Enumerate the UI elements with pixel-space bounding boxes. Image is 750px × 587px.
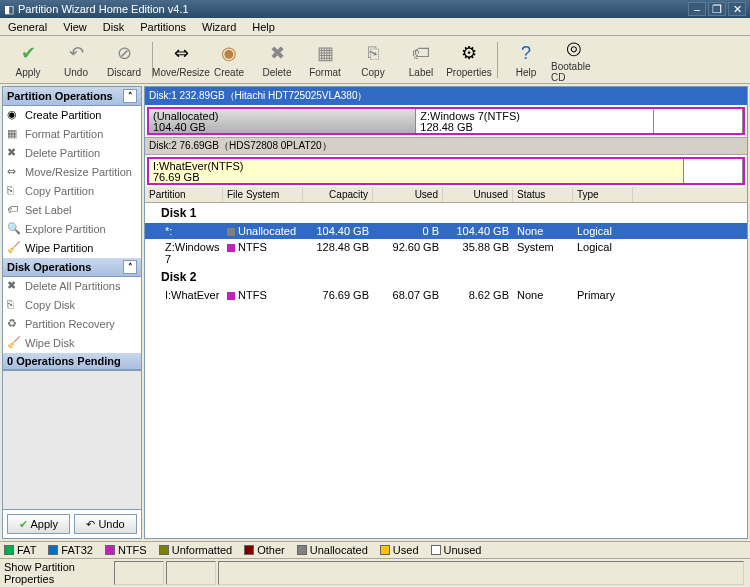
format-button[interactable]: ▦Format xyxy=(301,38,349,82)
moveresize-button[interactable]: ⇔Move/Resize xyxy=(157,38,205,82)
col-unused[interactable]: Unused xyxy=(443,187,513,202)
op-moveresize-partition[interactable]: ⇔Move/Resize Partition xyxy=(3,163,141,182)
legend: FAT FAT32 NTFS Unformatted Other Unalloc… xyxy=(0,541,750,558)
check-icon: ✔ xyxy=(16,41,40,65)
swatch-icon xyxy=(105,545,115,555)
op-delete-partition[interactable]: ✖Delete Partition xyxy=(3,144,141,163)
pending-list xyxy=(3,370,141,509)
disk2-seg-empty[interactable] xyxy=(684,159,743,183)
menu-wizard[interactable]: Wizard xyxy=(194,19,244,35)
swatch-icon xyxy=(4,545,14,555)
col-capacity[interactable]: Capacity xyxy=(303,187,373,202)
partition-row-windows7[interactable]: Z:Windows 7 NTFS 128.48 GB 92.60 GB 35.8… xyxy=(145,239,747,267)
disk2-seg-whatever[interactable]: I:WhatEver(NTFS) 76.69 GB xyxy=(149,159,684,183)
collapse-icon[interactable]: ˄ xyxy=(123,260,137,274)
help-button[interactable]: ?Help xyxy=(502,38,550,82)
disk2-title[interactable]: Disk 2 xyxy=(145,267,747,287)
apply-button[interactable]: ✔Apply xyxy=(4,38,52,82)
sidebar-undo-button[interactable]: ↶ Undo xyxy=(74,514,137,534)
op-set-label[interactable]: 🏷Set Label xyxy=(3,201,141,220)
legend-fat32: FAT32 xyxy=(48,544,93,556)
legend-used: Used xyxy=(380,544,419,556)
discard-button[interactable]: ⊘Discard xyxy=(100,38,148,82)
swatch-icon xyxy=(244,545,254,555)
cd-icon: ◎ xyxy=(562,37,586,59)
content-area: Disk:1 232.89GB（Hitachi HDT725025VLA380）… xyxy=(144,86,748,539)
legend-unused: Unused xyxy=(431,544,482,556)
op-wipe-disk[interactable]: 🧹Wipe Disk xyxy=(3,334,141,353)
legend-unformatted: Unformatted xyxy=(159,544,233,556)
create-icon: ◉ xyxy=(7,108,21,122)
menu-disk[interactable]: Disk xyxy=(95,19,132,35)
properties-icon: ⚙ xyxy=(457,41,481,65)
resize-icon: ⇔ xyxy=(7,165,21,179)
op-delete-all[interactable]: ✖Delete All Partitions xyxy=(3,277,141,296)
delete-button[interactable]: ✖Delete xyxy=(253,38,301,82)
discard-icon: ⊘ xyxy=(112,41,136,65)
op-wipe-partition[interactable]: 🧹Wipe Partition xyxy=(3,239,141,258)
pending-header: 0 Operations Pending xyxy=(3,353,141,370)
col-status[interactable]: Status xyxy=(513,187,573,202)
minimize-button[interactable]: – xyxy=(688,2,706,16)
disk2-bar: I:WhatEver(NTFS) 76.69 GB xyxy=(147,157,745,185)
delete-icon: ✖ xyxy=(7,146,21,160)
menu-help[interactable]: Help xyxy=(244,19,283,35)
menu-partitions[interactable]: Partitions xyxy=(132,19,194,35)
partition-row-whatever[interactable]: I:WhatEver NTFS 76.69 GB 68.07 GB 8.62 G… xyxy=(145,287,747,303)
label-icon: 🏷 xyxy=(409,41,433,65)
wipe-icon: 🧹 xyxy=(7,336,21,350)
create-button[interactable]: ◉Create xyxy=(205,38,253,82)
swatch-icon xyxy=(48,545,58,555)
swatch-icon xyxy=(431,545,441,555)
close-button[interactable]: ✕ xyxy=(728,2,746,16)
maximize-button[interactable]: ❐ xyxy=(708,2,726,16)
op-create-partition[interactable]: ◉Create Partition xyxy=(3,106,141,125)
disk-ops-header: Disk Operations ˄ xyxy=(3,258,141,277)
delete-icon: ✖ xyxy=(265,41,289,65)
copy-icon: ⎘ xyxy=(7,184,21,198)
sidebar: Partition Operations ˄ ◉Create Partition… xyxy=(2,86,142,539)
window-title: Partition Wizard Home Edition v4.1 xyxy=(18,3,686,15)
undo-icon: ↶ xyxy=(64,41,88,65)
label-icon: 🏷 xyxy=(7,203,21,217)
legend-other: Other xyxy=(244,544,285,556)
menu-view[interactable]: View xyxy=(55,19,95,35)
disk2-header[interactable]: Disk:2 76.69GB（HDS72808 0PLAT20） xyxy=(145,137,747,155)
menu-general[interactable]: General xyxy=(0,19,55,35)
disk1-title[interactable]: Disk 1 xyxy=(145,203,747,223)
partition-grid: Disk 1 *: Unallocated 104.40 GB 0 B 104.… xyxy=(145,203,747,538)
col-partition[interactable]: Partition xyxy=(145,187,223,202)
collapse-icon[interactable]: ˄ xyxy=(123,89,137,103)
disk1-seg-empty[interactable] xyxy=(654,109,743,133)
bootable-cd-button[interactable]: ◎Bootable CD xyxy=(550,38,598,82)
resize-icon: ⇔ xyxy=(169,41,193,65)
legend-fat: FAT xyxy=(4,544,36,556)
col-filesystem[interactable]: File System xyxy=(223,187,303,202)
disk1-seg-unallocated[interactable]: (Unallocated) 104.40 GB xyxy=(149,109,416,133)
op-explore-partition[interactable]: 🔍Explore Partition xyxy=(3,220,141,239)
col-used[interactable]: Used xyxy=(373,187,443,202)
explore-icon: 🔍 xyxy=(7,222,21,236)
label-button[interactable]: 🏷Label xyxy=(397,38,445,82)
status-bar: Show Partition Properties xyxy=(0,558,750,587)
undo-button[interactable]: ↶Undo xyxy=(52,38,100,82)
fs-color-icon xyxy=(227,228,235,236)
sidebar-apply-button[interactable]: ✔ Apply xyxy=(7,514,70,534)
menu-bar: General View Disk Partitions Wizard Help xyxy=(0,18,750,36)
op-partition-recovery[interactable]: ♻Partition Recovery xyxy=(3,315,141,334)
format-icon: ▦ xyxy=(7,127,21,141)
partition-row-unallocated[interactable]: *: Unallocated 104.40 GB 0 B 104.40 GB N… xyxy=(145,223,747,239)
disk1-header[interactable]: Disk:1 232.89GB（Hitachi HDT725025VLA380） xyxy=(145,87,747,105)
disk1-seg-windows7[interactable]: Z:Windows 7(NTFS) 128.48 GB xyxy=(416,109,654,133)
properties-button[interactable]: ⚙Properties xyxy=(445,38,493,82)
col-type[interactable]: Type xyxy=(573,187,633,202)
disk1-bar: (Unallocated) 104.40 GB Z:Windows 7(NTFS… xyxy=(147,107,745,135)
copy-button[interactable]: ⎘Copy xyxy=(349,38,397,82)
status-text: Show Partition Properties xyxy=(4,561,114,585)
fs-color-icon xyxy=(227,292,235,300)
op-copy-partition[interactable]: ⎘Copy Partition xyxy=(3,182,141,201)
op-format-partition[interactable]: ▦Format Partition xyxy=(3,125,141,144)
copy-icon: ⎘ xyxy=(7,298,21,312)
op-copy-disk[interactable]: ⎘Copy Disk xyxy=(3,296,141,315)
wipe-icon: 🧹 xyxy=(7,241,21,255)
